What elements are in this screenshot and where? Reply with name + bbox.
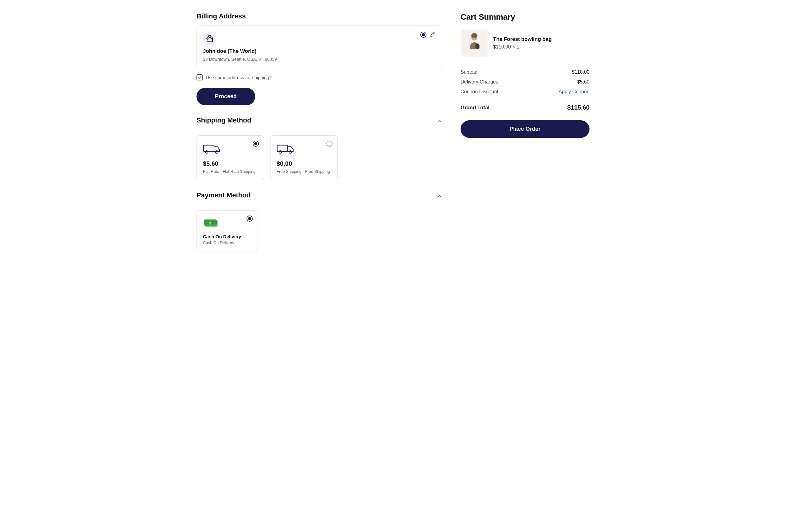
edit-icon[interactable] xyxy=(430,31,436,38)
svg-point-23 xyxy=(471,33,478,38)
cart-summary-title: Cart Summary xyxy=(461,12,590,22)
payment-method-title: Payment Method xyxy=(196,191,251,199)
svg-rect-3 xyxy=(204,145,214,152)
free-shipping-price: $0.00 xyxy=(277,160,331,167)
flat-rate-label: Flat Rate - Flat Rate Shipping xyxy=(203,169,258,174)
svg-point-5 xyxy=(215,151,218,154)
delivery-value: $5.60 xyxy=(577,79,590,85)
subtotal-label: Subtotal xyxy=(461,69,479,75)
subtotal-row: Subtotal $110.00 xyxy=(461,69,590,75)
coupon-row: Coupon Discount Apply Coupon xyxy=(461,89,590,95)
payment-chevron-icon[interactable]: ⌃ xyxy=(437,194,442,201)
address-name: John doe (The World) xyxy=(203,48,436,54)
delivery-row: Delivery Charges $5.60 xyxy=(461,79,590,85)
address-line: 33 Downtown, Seattle, USA, VI, 98039 xyxy=(203,57,436,62)
free-shipping-label: Free Shipping - Free Shipping xyxy=(277,169,331,174)
apply-coupon-link[interactable]: Apply Coupon xyxy=(558,89,590,95)
shipping-chevron-icon[interactable]: ⌃ xyxy=(437,119,442,126)
place-order-button[interactable]: Place Order xyxy=(461,120,590,138)
payment-options: $ Cash On Delivery Cash On Delivery xyxy=(196,210,442,251)
cart-item-name: The Forest bowling bag xyxy=(493,36,552,42)
address-card: John doe (The World) 33 Downtown, Seattl… xyxy=(196,25,442,68)
cart-item-row: The Forest bowling bag $110.00 × 1 xyxy=(461,29,590,63)
svg-rect-9 xyxy=(277,145,288,152)
proceed-button[interactable]: Proceed xyxy=(196,88,255,105)
same-address-checkbox[interactable] xyxy=(196,74,203,80)
same-address-row: Use same address for shipping? xyxy=(196,74,442,80)
shipping-option-flat-rate[interactable]: $5.60 Flat Rate - Flat Rate Shipping xyxy=(196,135,264,180)
grand-total-label: Grand Total xyxy=(461,105,489,111)
shipping-method-title: Shipping Method xyxy=(196,116,251,124)
payment-option-cod[interactable]: $ Cash On Delivery Cash On Delivery xyxy=(196,210,258,251)
flat-rate-radio[interactable] xyxy=(253,141,259,147)
cod-radio[interactable] xyxy=(247,215,253,222)
flat-rate-truck-icon xyxy=(203,142,222,155)
svg-point-10 xyxy=(279,151,282,154)
cart-item-image xyxy=(461,29,488,57)
grand-total-value: $115.60 xyxy=(568,104,590,111)
svg-point-11 xyxy=(289,151,292,154)
cod-title: Cash On Delivery xyxy=(203,234,251,239)
shipping-option-free[interactable]: $0.00 Free Shipping - Free Shipping xyxy=(270,135,338,180)
coupon-label: Coupon Discount xyxy=(461,89,498,95)
delivery-label: Delivery Charges xyxy=(461,79,498,85)
svg-point-4 xyxy=(205,151,208,154)
summary-divider xyxy=(461,99,590,99)
same-address-label: Use same address for shipping? xyxy=(206,75,272,80)
flat-rate-price: $5.60 xyxy=(203,160,258,167)
free-shipping-radio[interactable] xyxy=(326,141,332,147)
shipping-options: $5.60 Flat Rate - Flat Rate Shipping xyxy=(196,135,442,180)
cart-item-price: $110.00 × 1 xyxy=(493,44,552,50)
cod-icon: $ xyxy=(203,217,220,229)
address-radio-selected[interactable] xyxy=(420,31,426,38)
svg-rect-22 xyxy=(476,44,479,48)
free-shipping-truck-icon xyxy=(277,142,295,155)
cod-subtitle: Cash On Delivery xyxy=(203,240,251,245)
cart-summary-panel: Cart Summary The Forest bowling bag xyxy=(461,12,590,262)
grand-total-row: Grand Total $115.60 xyxy=(461,104,590,111)
home-icon xyxy=(203,31,216,45)
svg-text:$: $ xyxy=(209,221,212,225)
billing-address-title: Billing Address xyxy=(196,12,442,20)
subtotal-value: $110.00 xyxy=(572,69,590,75)
